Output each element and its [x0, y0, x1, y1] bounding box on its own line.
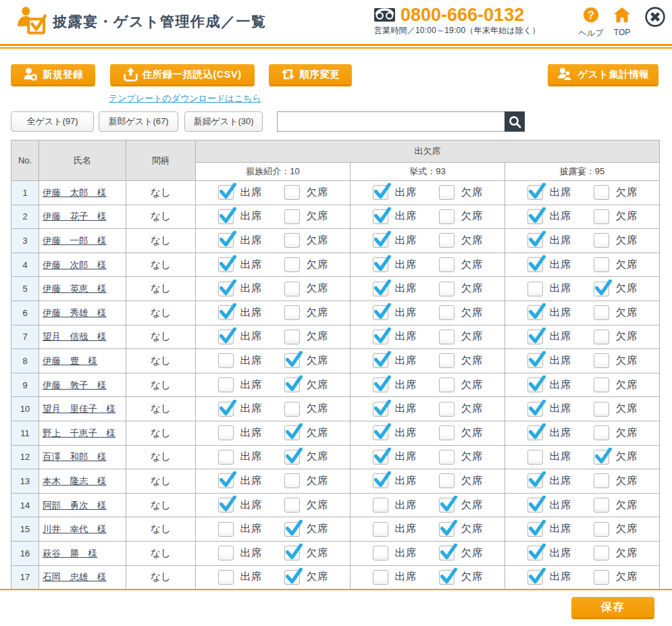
filter-groom-guests-button[interactable]: 新郎ゲスト(67) — [99, 111, 178, 132]
absent-checkbox[interactable] — [594, 185, 609, 200]
absent-checkbox[interactable] — [284, 257, 300, 272]
attend-checkbox-checked[interactable] — [218, 330, 234, 344]
absent-checkbox-checked[interactable] — [439, 522, 455, 537]
absent-checkbox[interactable] — [439, 209, 455, 224]
attend-checkbox-checked[interactable] — [527, 330, 543, 344]
absent-checkbox[interactable] — [594, 425, 609, 440]
attend-checkbox-checked[interactable] — [527, 546, 543, 560]
absent-checkbox[interactable] — [594, 353, 609, 368]
absent-checkbox-checked[interactable] — [284, 570, 300, 585]
guest-name-link[interactable]: 望月 里佳子 様 — [43, 404, 115, 414]
absent-checkbox[interactable] — [439, 305, 455, 320]
top-button[interactable]: TOP — [609, 7, 636, 37]
guest-name-link[interactable]: 伊藤 豊 様 — [43, 356, 97, 366]
absent-checkbox[interactable] — [594, 546, 609, 560]
guest-name-link[interactable]: 望月 信哉 様 — [43, 332, 107, 342]
absent-checkbox-checked[interactable] — [284, 522, 300, 537]
template-download-link[interactable]: テンプレートのダウンロードはこちら — [109, 93, 261, 105]
absent-checkbox[interactable] — [594, 473, 609, 488]
attend-checkbox-checked[interactable] — [373, 185, 388, 200]
absent-checkbox[interactable] — [594, 257, 609, 272]
attend-checkbox-checked[interactable] — [527, 570, 543, 585]
attend-checkbox-checked[interactable] — [373, 305, 388, 320]
attend-checkbox-checked[interactable] — [373, 425, 388, 440]
attend-checkbox-checked[interactable] — [527, 257, 543, 272]
attend-checkbox-checked[interactable] — [373, 257, 388, 272]
absent-checkbox-checked[interactable] — [284, 425, 300, 440]
absent-checkbox[interactable] — [439, 330, 455, 344]
absent-checkbox[interactable] — [439, 377, 455, 392]
attend-checkbox-checked[interactable] — [218, 305, 234, 320]
attend-checkbox-checked[interactable] — [218, 282, 234, 296]
guest-name-link[interactable]: 川井 幸代 様 — [43, 524, 107, 534]
guest-summary-button[interactable]: ゲスト集計情報 — [548, 64, 658, 84]
attend-checkbox-checked[interactable] — [527, 185, 543, 200]
save-button[interactable]: 保存 — [571, 597, 654, 617]
attend-checkbox-checked[interactable] — [373, 282, 388, 296]
absent-checkbox[interactable] — [594, 305, 609, 320]
absent-checkbox-checked[interactable] — [594, 450, 609, 465]
guest-name-link[interactable]: 伊藤 次郎 様 — [43, 260, 107, 270]
absent-checkbox[interactable] — [284, 498, 300, 513]
attend-checkbox-checked[interactable] — [527, 425, 543, 440]
absent-checkbox[interactable] — [439, 257, 455, 272]
attend-checkbox-checked[interactable] — [373, 353, 388, 368]
attend-checkbox-checked[interactable] — [373, 473, 388, 488]
absent-checkbox-checked[interactable] — [284, 377, 300, 392]
absent-checkbox[interactable] — [284, 185, 300, 200]
guest-name-link[interactable]: 伊藤 花子 様 — [43, 211, 107, 221]
attend-checkbox[interactable] — [373, 522, 388, 537]
absent-checkbox[interactable] — [284, 330, 300, 344]
attend-checkbox-checked[interactable] — [373, 233, 388, 248]
attend-checkbox-checked[interactable] — [373, 402, 388, 417]
new-registration-button[interactable]: 新規登録 — [11, 64, 95, 84]
guest-name-link[interactable]: 萩谷 勝 様 — [43, 548, 97, 558]
absent-checkbox-checked[interactable] — [284, 546, 300, 560]
attend-checkbox-checked[interactable] — [527, 305, 543, 320]
attend-checkbox-checked[interactable] — [218, 498, 234, 513]
absent-checkbox[interactable] — [284, 233, 300, 248]
attend-checkbox[interactable] — [218, 570, 234, 585]
attend-checkbox[interactable] — [373, 546, 388, 560]
absent-checkbox[interactable] — [594, 522, 609, 537]
attend-checkbox-checked[interactable] — [527, 353, 543, 368]
guest-name-link[interactable]: 本木 隆志 様 — [43, 476, 107, 486]
attend-checkbox-checked[interactable] — [218, 473, 234, 488]
absent-checkbox-checked[interactable] — [439, 546, 455, 560]
guest-name-link[interactable]: 伊藤 秀雄 様 — [43, 308, 107, 318]
guest-name-link[interactable]: 野上 千恵子 様 — [43, 428, 115, 438]
filter-all-guests-button[interactable]: 全ゲスト(97) — [11, 111, 94, 132]
attend-checkbox-checked[interactable] — [527, 209, 543, 224]
absent-checkbox[interactable] — [284, 473, 300, 488]
absent-checkbox[interactable] — [439, 473, 455, 488]
close-button[interactable] — [645, 7, 665, 27]
absent-checkbox-checked[interactable] — [594, 282, 609, 296]
absent-checkbox[interactable] — [439, 450, 455, 465]
attend-checkbox[interactable] — [218, 353, 234, 368]
absent-checkbox[interactable] — [594, 209, 609, 224]
absent-checkbox[interactable] — [594, 498, 609, 513]
attend-checkbox-checked[interactable] — [527, 498, 543, 513]
attend-checkbox-checked[interactable] — [527, 473, 543, 488]
absent-checkbox[interactable] — [594, 402, 609, 417]
attend-checkbox-checked[interactable] — [527, 402, 543, 417]
absent-checkbox-checked[interactable] — [284, 353, 300, 368]
guest-name-link[interactable]: 百澤 和郎 様 — [43, 452, 107, 462]
absent-checkbox[interactable] — [284, 282, 300, 296]
absent-checkbox[interactable] — [284, 305, 300, 320]
attend-checkbox[interactable] — [218, 425, 234, 440]
absent-checkbox[interactable] — [594, 377, 609, 392]
attend-checkbox[interactable] — [218, 450, 234, 465]
search-button[interactable] — [505, 111, 525, 132]
attend-checkbox-checked[interactable] — [373, 330, 388, 344]
absent-checkbox[interactable] — [439, 425, 455, 440]
absent-checkbox[interactable] — [439, 282, 455, 296]
attend-checkbox-checked[interactable] — [218, 257, 234, 272]
attend-checkbox-checked[interactable] — [218, 185, 234, 200]
guest-name-link[interactable]: 伊藤 敦子 様 — [43, 380, 107, 390]
guest-name-link[interactable]: 伊藤 太郎 様 — [43, 188, 107, 198]
absent-checkbox[interactable] — [284, 402, 300, 417]
attend-checkbox-checked[interactable] — [527, 522, 543, 537]
absent-checkbox[interactable] — [439, 185, 455, 200]
reorder-button[interactable]: 順序変更 — [269, 64, 352, 84]
